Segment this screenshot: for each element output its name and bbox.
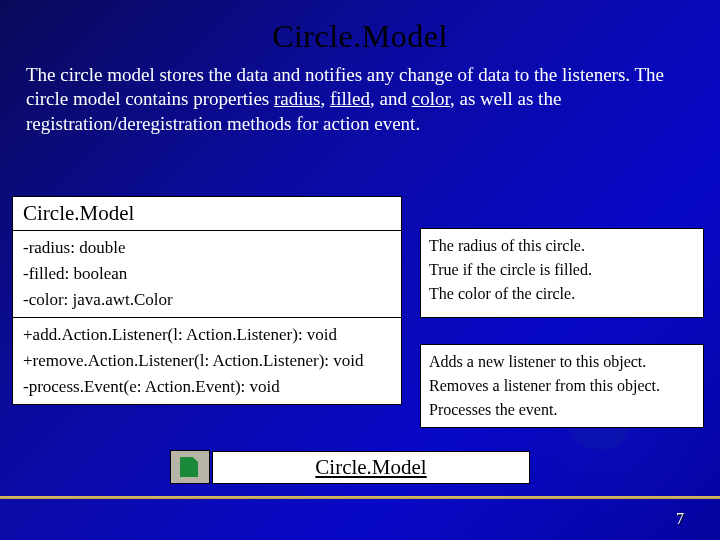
uml-attr: -radius: double: [23, 235, 391, 261]
document-icon: [170, 450, 210, 484]
prop-radius: radius: [274, 88, 320, 109]
attr-desc: The radius of this circle.: [429, 234, 695, 258]
source-link-bar[interactable]: Circle.Model: [170, 450, 530, 484]
prop-filled: filled: [330, 88, 370, 109]
op-desc: Removes a listener from this object.: [429, 374, 695, 398]
uml-class-name: Circle.Model: [13, 197, 401, 231]
op-desc: Adds a new listener to this object.: [429, 350, 695, 374]
footer-divider: [0, 496, 720, 499]
attr-desc: The color of the circle.: [429, 282, 695, 306]
prop-color: color: [412, 88, 450, 109]
uml-diagram: Circle.Model -radius: double -filled: bo…: [12, 196, 704, 431]
uml-op: +remove.Action.Listener(l: Action.Listen…: [23, 348, 391, 374]
uml-operations-section: +add.Action.Listener(l: Action.Listener)…: [13, 318, 401, 404]
slide-description: The circle model stores the data and not…: [0, 55, 720, 136]
uml-attributes-section: -radius: double -filled: boolean -color:…: [13, 231, 401, 318]
operations-description-box: Adds a new listener to this object. Remo…: [420, 344, 704, 428]
slide-title: Circle.Model: [0, 0, 720, 55]
source-link-text[interactable]: Circle.Model: [212, 451, 530, 484]
uml-op: -process.Event(e: Action.Event): void: [23, 374, 391, 400]
uml-attr: -filled: boolean: [23, 261, 391, 287]
attributes-description-box: The radius of this circle. True if the c…: [420, 228, 704, 318]
uml-op: +add.Action.Listener(l: Action.Listener)…: [23, 322, 391, 348]
op-desc: Processes the event.: [429, 398, 695, 422]
uml-attr: -color: java.awt.Color: [23, 287, 391, 313]
page-number: 7: [676, 510, 684, 528]
uml-class-box: Circle.Model -radius: double -filled: bo…: [12, 196, 402, 405]
attr-desc: True if the circle is filled.: [429, 258, 695, 282]
